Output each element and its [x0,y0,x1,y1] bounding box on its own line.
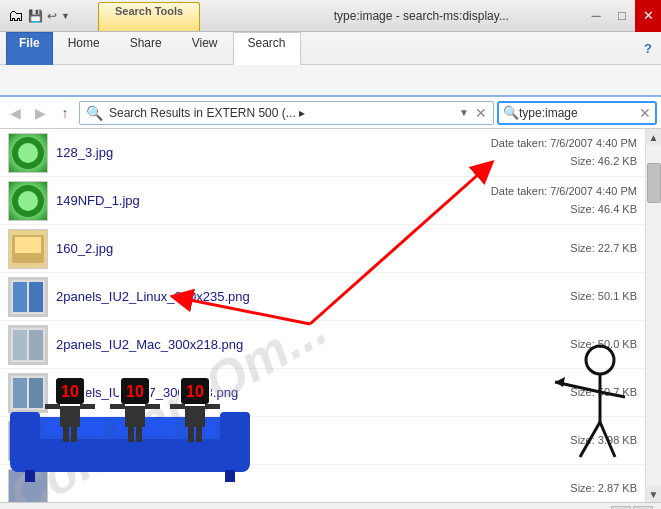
file-name: 2panels_IU2_Mac_300x218.png [56,337,570,352]
help-button[interactable]: ? [635,32,661,64]
search-box-icon: 🔍 [503,105,519,120]
title-bar-center: Search Tools [78,0,260,31]
address-dropdown-btn[interactable]: ▼ [459,107,469,118]
svg-rect-30 [71,427,77,442]
address-search-icon: 🔍 [86,105,103,121]
file-name: 149NFD_1.jpg [56,193,491,208]
file-size: Size: 46.4 KB [491,201,637,219]
search-close-btn[interactable]: ✕ [639,105,651,121]
file-thumbnail [8,229,48,269]
svg-line-53 [600,422,615,457]
file-thumbnail [8,181,48,221]
file-date: Date taken: 7/6/2007 4:40 PM [491,183,637,201]
ribbon-content [0,65,661,95]
maximize-button[interactable]: □ [609,0,635,32]
content-wrapper: CompareOm... 128_3.jpg Date taken: 7/6/2… [0,129,645,502]
scrollbar-thumb[interactable] [647,163,661,203]
address-close-btn[interactable]: ✕ [475,105,487,121]
svg-rect-43 [188,427,194,442]
title-controls: ─ □ ✕ [583,0,661,31]
svg-point-47 [586,346,614,374]
file-meta: Size: 22.7 KB [570,240,637,258]
svg-rect-8 [29,282,43,312]
tab-view[interactable]: View [177,32,233,65]
close-button[interactable]: ✕ [635,0,661,32]
svg-rect-38 [110,404,125,409]
up-button[interactable]: ↑ [54,102,76,124]
svg-text:10: 10 [61,383,79,400]
tab-file[interactable]: File [6,32,53,65]
svg-rect-32 [80,404,95,409]
quick-access-undo[interactable]: ↩ [47,9,57,23]
scroll-down-button[interactable]: ▼ [646,486,662,502]
file-meta: Date taken: 7/6/2007 4:40 PM Size: 46.4 … [491,183,637,218]
svg-point-3 [18,191,38,211]
search-input[interactable] [519,106,639,120]
file-thumbnail [8,133,48,173]
file-name: 2panels_IU2_Linux_300x235.png [56,289,570,304]
table-row[interactable]: 160_2.jpg Size: 22.7 KB [0,225,645,273]
title-bar: 🗂 💾 ↩ ▼ Search Tools type:image - search… [0,0,661,32]
file-thumbnail [8,277,48,317]
address-bar[interactable]: 🔍 Search Results in EXTERN 500 (... ▸ ▼ … [79,101,494,125]
file-date: Date taken: 7/6/2007 4:40 PM [491,135,637,153]
view-grid-button[interactable]: ⊞ [611,506,631,510]
svg-rect-19 [10,412,40,462]
file-meta: Date taken: 7/6/2007 4:40 PM Size: 46.2 … [491,135,637,170]
svg-marker-51 [555,377,565,387]
table-row[interactable]: 2panels_IU2_Linux_300x235.png Size: 50.1… [0,273,645,321]
file-name: 128_3.jpg [56,145,491,160]
ribbon-spacer [301,32,635,64]
svg-point-1 [18,143,38,163]
svg-rect-5 [15,237,41,253]
view-list-button[interactable]: ☰ [633,506,653,510]
svg-rect-44 [196,427,202,442]
ribbon: File Home Share View Search ? [0,32,661,97]
back-button[interactable]: ◀ [4,102,26,124]
file-name: 160_2.jpg [56,241,570,256]
svg-rect-45 [170,404,185,409]
file-size: Size: 46.2 KB [491,153,637,171]
search-tools-tab: Search Tools [98,2,200,31]
view-buttons: ⊞ ☰ [611,506,653,510]
main-content: CompareOm... 128_3.jpg Date taken: 7/6/2… [0,129,661,502]
window-title: type:image - search-ms:display... [260,0,583,31]
svg-rect-39 [145,404,160,409]
file-meta: Size: 2.87 KB [570,480,637,498]
scrollbar[interactable]: ▲ ▼ [645,129,661,502]
tab-search[interactable]: Search [233,32,301,65]
search-box[interactable]: 🔍 ✕ [497,101,657,125]
title-bar-left: 🗂 💾 ↩ ▼ [0,0,78,31]
status-bar: 2,385 items ⊞ ☰ [0,502,661,509]
ribbon-tabs: File Home Share View Search ? [0,32,661,65]
nav-bar: ◀ ▶ ↑ 🔍 Search Results in EXTERN 500 (..… [0,97,661,129]
forward-button[interactable]: ▶ [29,102,51,124]
table-row[interactable]: 128_3.jpg Date taken: 7/6/2007 4:40 PM S… [0,129,645,177]
table-row[interactable]: 149NFD_1.jpg Date taken: 7/6/2007 4:40 P… [0,177,645,225]
svg-text:10: 10 [186,383,204,400]
svg-rect-31 [45,404,60,409]
svg-rect-36 [128,427,134,442]
scroll-up-button[interactable]: ▲ [646,129,662,145]
couch-illustration: 10 10 [0,362,260,482]
svg-rect-20 [220,412,250,462]
svg-rect-24 [25,470,35,482]
minimize-button[interactable]: ─ [583,0,609,32]
quick-access-dropdown[interactable]: ▼ [61,11,70,21]
svg-rect-29 [63,427,69,442]
svg-line-50 [600,392,625,397]
svg-text:10: 10 [126,383,144,400]
svg-rect-25 [225,470,235,482]
tab-share[interactable]: Share [115,32,177,65]
quick-access-save[interactable]: 💾 [28,9,43,23]
file-size: Size: 50.1 KB [570,288,637,306]
tab-home[interactable]: Home [53,32,115,65]
svg-rect-10 [13,330,27,360]
svg-rect-11 [29,330,43,360]
file-size: Size: 2.87 KB [570,480,637,498]
svg-rect-37 [136,427,142,442]
file-meta: Size: 50.1 KB [570,288,637,306]
file-size: Size: 22.7 KB [570,240,637,258]
stick-figure-illustration [545,342,635,472]
svg-rect-7 [13,282,27,312]
